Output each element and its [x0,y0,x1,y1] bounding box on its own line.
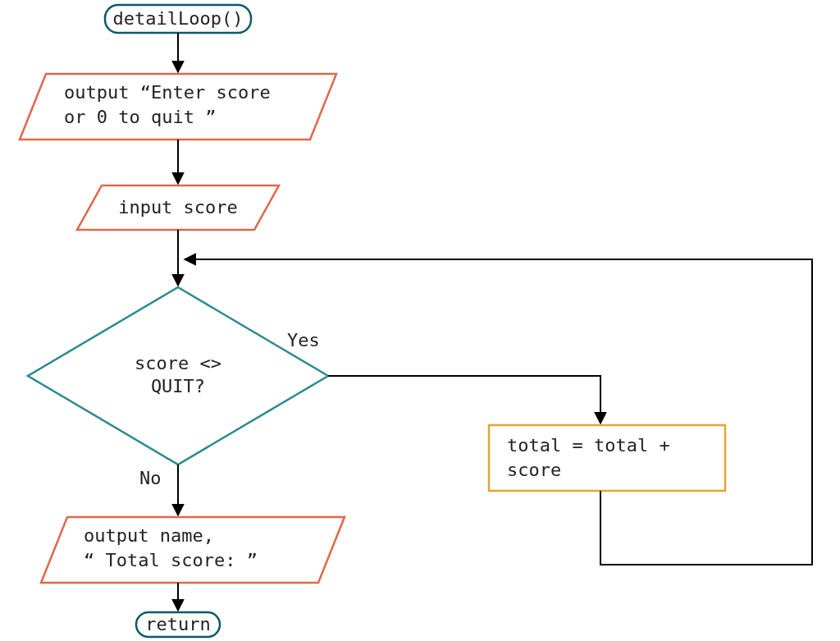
process-total: total = total + score [489,425,725,491]
terminator-start: detailLoop() [105,5,251,33]
decision-line2: QUIT? [151,376,205,396]
io-prompt-line1: output “Enter score [64,82,271,103]
io-prompt-line2: or 0 to quit ” [64,107,216,127]
terminator-end: return [136,612,220,637]
io-output: output name, “ Total score: ” [41,517,345,583]
terminator-start-label: detailLoop() [113,8,244,29]
flowchart-canvas: detailLoop() output “Enter score or 0 to… [0,0,840,641]
io-input: input score [77,185,279,230]
io-output-line1: output name, [84,525,214,546]
io-output-line2: “ Total score: ” [84,550,258,570]
decision-no-label: No [139,468,162,488]
io-prompt: output “Enter score or 0 to quit ” [20,74,336,140]
decision-yes-label: Yes [287,330,320,350]
edge-yes-to-process [328,376,600,424]
decision-line1: score <> [135,353,221,373]
process-line2: score [507,460,561,480]
io-input-label: input score [118,197,238,217]
terminator-end-label: return [145,614,210,634]
process-line1: total = total + [507,435,670,456]
decision-score-quit: score <> QUIT? [28,287,328,465]
